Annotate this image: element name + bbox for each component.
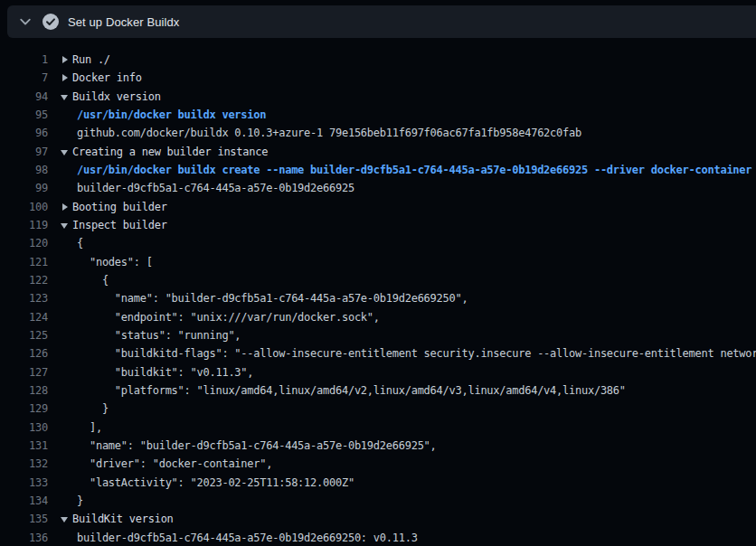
line-number[interactable]: 129 — [0, 400, 48, 418]
group-title[interactable]: Booting builder — [72, 198, 167, 216]
triangle-down-icon[interactable] — [61, 150, 68, 155]
command-text: /usr/bin/docker buildx version — [77, 106, 266, 124]
line-number[interactable]: 1 — [0, 51, 48, 69]
chevron-down-icon[interactable] — [18, 14, 33, 29]
line-number[interactable]: 123 — [0, 289, 48, 307]
line-number[interactable]: 121 — [0, 253, 48, 271]
output-text: } — [77, 400, 109, 418]
output-text: builder-d9cfb5a1-c764-445a-a57e-0b19d2e6… — [77, 179, 354, 197]
group-title[interactable]: Inspect builder — [72, 216, 167, 234]
output-text: "lastActivity": "2023-02-25T11:58:12.000… — [77, 474, 354, 492]
log-line: 121 "nodes": [ — [0, 253, 756, 271]
log-line: 133 "lastActivity": "2023-02-25T11:58:12… — [0, 474, 756, 492]
output-text: "nodes": [ — [77, 253, 153, 271]
output-text: "name": "builder-d9cfb5a1-c764-445a-a57e… — [77, 437, 437, 455]
log-line: 98/usr/bin/docker buildx create --name b… — [0, 161, 756, 179]
line-number[interactable]: 119 — [0, 216, 48, 234]
line-number[interactable]: 135 — [0, 510, 48, 528]
output-text: "status": "running", — [77, 326, 241, 344]
line-number[interactable]: 128 — [0, 381, 48, 400]
log-area: 1Run ./7Docker info94Buildx version95/us… — [0, 38, 756, 546]
log-line: 95/usr/bin/docker buildx version — [0, 106, 756, 124]
group-title[interactable]: Buildx version — [72, 88, 161, 106]
log-line: 134} — [0, 492, 756, 510]
line-number[interactable]: 127 — [0, 363, 48, 381]
log-line: 96github.com/docker/buildx 0.10.3+azure-… — [0, 124, 756, 142]
step-title: Set up Docker Buildx — [68, 15, 179, 29]
log-line: 126 "buildkitd-flags": "--allow-insecure… — [0, 344, 756, 362]
log-line: 130 ], — [0, 419, 756, 437]
line-number[interactable]: 133 — [0, 474, 48, 492]
output-text: "endpoint": "unix:///var/run/docker.sock… — [77, 308, 380, 326]
output-text: "platforms": "linux/amd64,linux/amd64/v2… — [77, 381, 626, 400]
line-number[interactable]: 94 — [0, 88, 48, 106]
check-circle-icon — [43, 14, 59, 30]
log-group-row[interactable]: 94Buildx version — [0, 88, 756, 106]
log-group-row[interactable]: 135BuildKit version — [0, 510, 756, 528]
log-line: 136builder-d9cfb5a1-c764-445a-a57e-0b19d… — [0, 529, 756, 546]
line-number[interactable]: 125 — [0, 326, 48, 344]
line-number[interactable]: 131 — [0, 437, 48, 455]
triangle-down-icon[interactable] — [61, 95, 68, 100]
step-header[interactable]: Set up Docker Buildx — [7, 5, 756, 38]
line-number[interactable]: 95 — [0, 106, 48, 124]
line-number[interactable]: 120 — [0, 234, 48, 252]
output-text: ], — [77, 419, 102, 437]
output-text: { — [77, 271, 109, 289]
triangle-down-icon[interactable] — [61, 223, 68, 229]
group-title[interactable]: Creating a new builder instance — [72, 143, 268, 161]
line-number[interactable]: 100 — [0, 198, 48, 216]
log-line: 132 "driver": "docker-container", — [0, 455, 756, 473]
output-text: "driver": "docker-container", — [77, 455, 272, 473]
log-line: 123 "name": "builder-d9cfb5a1-c764-445a-… — [0, 289, 756, 307]
log-line: 131 "name": "builder-d9cfb5a1-c764-445a-… — [0, 437, 756, 455]
line-number[interactable]: 130 — [0, 419, 48, 437]
group-title[interactable]: Run ./ — [72, 51, 110, 69]
line-number[interactable]: 126 — [0, 344, 48, 362]
line-number[interactable]: 98 — [0, 161, 48, 179]
line-number[interactable]: 122 — [0, 271, 48, 289]
line-number[interactable]: 134 — [0, 492, 48, 510]
line-number[interactable]: 132 — [0, 455, 48, 473]
log-group-row[interactable]: 7Docker info — [0, 69, 756, 87]
log-line: 129 } — [0, 400, 756, 418]
log-group-row[interactable]: 1Run ./ — [0, 51, 756, 69]
log-line: 128 "platforms": "linux/amd64,linux/amd6… — [0, 381, 756, 400]
line-number[interactable]: 136 — [0, 529, 48, 546]
log-line: 125 "status": "running", — [0, 326, 756, 344]
output-text: } — [77, 492, 83, 510]
log-line: 127 "buildkit": "v0.11.3", — [0, 363, 756, 381]
output-text: "buildkit": "v0.11.3", — [77, 363, 253, 381]
log-line: 124 "endpoint": "unix:///var/run/docker.… — [0, 308, 756, 326]
line-number[interactable]: 124 — [0, 308, 48, 326]
group-title[interactable]: BuildKit version — [72, 510, 174, 528]
log-line: 99builder-d9cfb5a1-c764-445a-a57e-0b19d2… — [0, 179, 756, 197]
line-number[interactable]: 7 — [0, 69, 48, 87]
log-line: 120{ — [0, 234, 756, 252]
line-number[interactable]: 97 — [0, 143, 48, 161]
command-text: /usr/bin/docker buildx create --name bui… — [77, 161, 751, 179]
log-group-row[interactable]: 100Booting builder — [0, 198, 756, 216]
log-group-row[interactable]: 97Creating a new builder instance — [0, 143, 756, 161]
line-number[interactable]: 96 — [0, 124, 48, 142]
output-text: "buildkitd-flags": "--allow-insecure-ent… — [77, 344, 756, 362]
triangle-right-icon[interactable] — [62, 56, 68, 63]
log-group-row[interactable]: 119Inspect builder — [0, 216, 756, 234]
log-line: 122 { — [0, 271, 756, 289]
triangle-down-icon[interactable] — [61, 517, 68, 522]
output-text: builder-d9cfb5a1-c764-445a-a57e-0b19d2e6… — [77, 529, 418, 546]
output-text: github.com/docker/buildx 0.10.3+azure-1 … — [77, 124, 581, 142]
triangle-right-icon[interactable] — [62, 203, 68, 211]
line-number[interactable]: 99 — [0, 179, 48, 197]
output-text: { — [77, 234, 83, 252]
group-title[interactable]: Docker info — [72, 69, 142, 87]
output-text: "name": "builder-d9cfb5a1-c764-445a-a57e… — [77, 289, 468, 307]
triangle-right-icon[interactable] — [62, 74, 68, 81]
